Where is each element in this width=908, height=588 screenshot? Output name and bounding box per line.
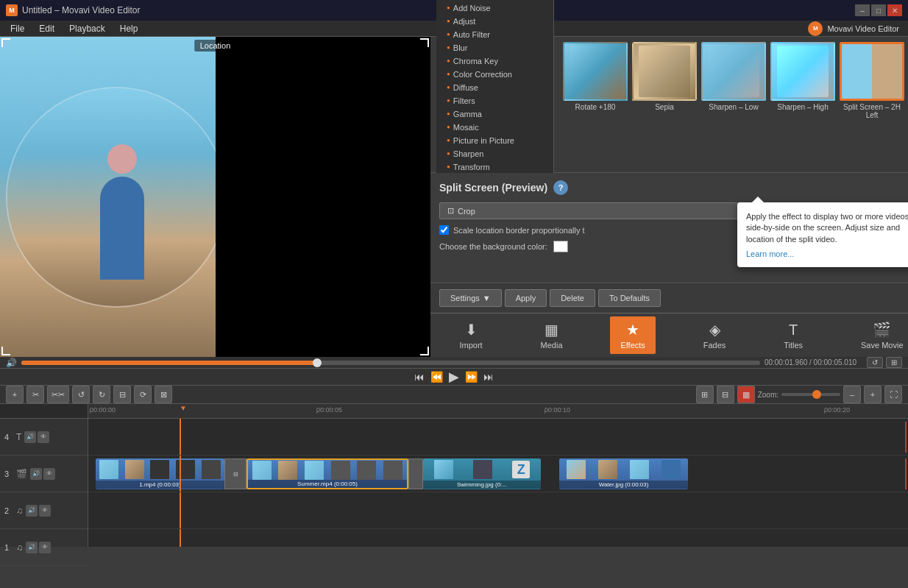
toolbar-media[interactable]: ▦ Media <box>531 316 573 354</box>
sidebar-item-auto-filter[interactable]: ● Auto Filter <box>436 28 553 41</box>
sidebar-item-mosaic[interactable]: ● Mosaic <box>436 121 553 134</box>
clip-summer[interactable]: Summer.mp4 (0:00:05) <box>246 458 408 489</box>
sidebar-item-pip[interactable]: ● Picture in Picture <box>436 134 553 147</box>
tl-delete-button[interactable]: ⊠ <box>155 386 172 403</box>
bg-color-picker[interactable] <box>553 241 568 252</box>
tl-cut-button[interactable]: ✂ <box>26 386 44 403</box>
tl-add-button[interactable]: + <box>6 386 24 403</box>
playhead-line-2 <box>180 492 181 528</box>
play-button[interactable]: ▶ <box>449 369 459 385</box>
zoom-label: Zoom: <box>758 391 778 399</box>
track-4-end <box>905 422 907 453</box>
tl-cut2-button[interactable]: ✂✂ <box>47 386 69 403</box>
maximize-button[interactable]: □ <box>871 4 886 16</box>
apply-button[interactable]: Apply <box>505 289 547 307</box>
track-2-eye[interactable]: 👁 <box>39 505 51 517</box>
track-3-eye[interactable]: 👁 <box>43 468 55 480</box>
effects-icon: ★ <box>626 321 639 339</box>
to-defaults-button[interactable]: To Defaults <box>598 289 661 307</box>
right-panel: ● All ● Add Noise ● Adjust ● Auto Filter… <box>430 37 908 357</box>
undo-transport-btn[interactable]: ↺ <box>867 357 883 368</box>
minimize-button[interactable]: – <box>855 4 870 16</box>
tooltip-learn-more[interactable]: Learn more... <box>746 249 794 258</box>
clip-summer-frame-4 <box>331 461 350 480</box>
filter-thumb-sharpen-low[interactable]: Sharpen – Low <box>701 42 766 111</box>
settings-button[interactable]: Settings ▼ <box>439 289 502 307</box>
sidebar-item-sharpen[interactable]: ● Sharpen <box>436 147 553 160</box>
progress-bar[interactable] <box>21 361 760 365</box>
tl-undo-button[interactable]: ↺ <box>72 386 90 403</box>
clip-transition-2[interactable] <box>408 458 423 489</box>
clip-transition-1[interactable]: ⊟ <box>224 458 246 489</box>
clip-1mp4-frames <box>96 458 224 481</box>
clip-frame-4 <box>176 460 195 479</box>
tl-rotate-button[interactable]: ⟳ <box>134 386 152 403</box>
track-2-row[interactable] <box>88 492 908 529</box>
toolbar-import[interactable]: ⬇ Import <box>449 316 492 354</box>
tl-fullscreen[interactable]: ⛶ <box>884 386 902 403</box>
track-2-vol[interactable]: 🔊 <box>26 505 38 517</box>
track-4-row[interactable] <box>88 419 908 456</box>
tl-zoom-in[interactable]: + <box>864 386 882 403</box>
delete-button[interactable]: Delete <box>550 289 595 307</box>
filter-thumb-split-screen[interactable]: Split Screen – 2H Left <box>840 42 904 119</box>
tl-split-button[interactable]: ⊟ <box>113 386 131 403</box>
track-4-speaker[interactable]: 🔊 <box>24 431 36 443</box>
clip-frame-3 <box>150 460 169 479</box>
sidebar-item-chroma-key[interactable]: ● Chroma Key <box>436 54 553 68</box>
zoom-thumb[interactable] <box>812 390 821 399</box>
tl-redo-button[interactable]: ↻ <box>93 386 110 403</box>
rewind-button[interactable]: ⏪ <box>430 371 443 383</box>
tl-zoom-out[interactable]: – <box>843 386 861 403</box>
sidebar-item-color-correction[interactable]: ● Color Correction <box>436 68 553 81</box>
timeline-tracks: 4 T 🔊 👁 3 🎬 🔊 👁 2 ♫ <box>0 404 908 547</box>
sidebar-item-adjust[interactable]: ● Adjust <box>436 15 553 28</box>
track-1-eye[interactable]: 👁 <box>39 542 51 553</box>
tl-timeline-btn[interactable]: ▦ <box>737 386 755 403</box>
menu-playback[interactable]: Playback <box>62 22 113 35</box>
effects-label: Effects <box>620 341 645 350</box>
skip-to-start-button[interactable]: ⏮ <box>414 371 425 383</box>
volume-icon[interactable]: 🔊 <box>6 358 17 368</box>
track-1-vol[interactable]: 🔊 <box>26 542 38 553</box>
tl-grid-btn1[interactable]: ⊞ <box>696 386 714 403</box>
filter-thumb-sharpen-high[interactable]: Sharpen – High <box>770 42 835 111</box>
sidebar-item-add-noise[interactable]: ● Add Noise <box>436 1 553 15</box>
progress-handle[interactable] <box>313 358 322 367</box>
toolbar-effects[interactable]: ★ Effects <box>610 316 655 354</box>
sidebar-item-blur[interactable]: ● Blur <box>436 41 553 54</box>
sidebar-item-gamma[interactable]: ● Gamma <box>436 107 553 121</box>
sidebar-item-transform[interactable]: ● Transform <box>436 160 553 174</box>
toolbar-save-movie[interactable]: 🎬 Save Movie <box>851 316 908 354</box>
fast-forward-button[interactable]: ⏩ <box>465 371 478 383</box>
scale-checkbox[interactable] <box>439 225 449 235</box>
clip-summer-frame-6 <box>383 461 402 480</box>
zoom-slider[interactable] <box>781 393 840 396</box>
skip-to-end-button[interactable]: ⏭ <box>483 371 494 383</box>
help-button[interactable]: ? <box>553 180 568 195</box>
sidebar-item-diffuse[interactable]: ● Diffuse <box>436 81 553 94</box>
filter-thumb-rotate[interactable]: Rotate +180 <box>563 42 628 111</box>
track-3-row[interactable]: 1.mp4 (0:00:03) ⊟ Summer.m <box>88 456 908 492</box>
clip-summer-frame-5 <box>357 461 376 480</box>
main-toolbar: ⬇ Import ▦ Media ★ Effects ◈ Fades T Tit… <box>430 313 908 357</box>
filter-thumb-rotate-label: Rotate +180 <box>575 103 616 111</box>
track-3-vol[interactable]: 🔊 <box>30 468 42 480</box>
clip-swimming[interactable]: Z Swimming.jpg (0:... <box>423 458 541 489</box>
menu-edit[interactable]: Edit <box>32 22 62 35</box>
toolbar-titles[interactable]: T Titles <box>773 317 813 354</box>
clip-water[interactable]: Water.jpg (0:00:03) <box>559 458 688 489</box>
redo-transport-btn[interactable]: ⊞ <box>886 357 902 368</box>
clip-frame-2 <box>125 460 144 479</box>
track-1-row[interactable] <box>88 529 908 547</box>
sidebar-item-filters[interactable]: ● Filters <box>436 94 553 107</box>
toolbar-fades[interactable]: ◈ Fades <box>693 316 737 354</box>
clip-1mp4[interactable]: 1.mp4 (0:00:03) <box>96 458 224 489</box>
menu-file[interactable]: File <box>3 22 32 35</box>
filter-thumb-sepia[interactable]: Sepia <box>632 42 697 111</box>
track-4-eye[interactable]: 👁 <box>38 431 49 443</box>
tl-grid-btn2[interactable]: ⊟ <box>717 386 734 403</box>
menu-help[interactable]: Help <box>113 22 146 35</box>
clip-summer-label: Summer.mp4 (0:00:05) <box>248 480 407 488</box>
close-button[interactable]: ✕ <box>887 4 902 16</box>
